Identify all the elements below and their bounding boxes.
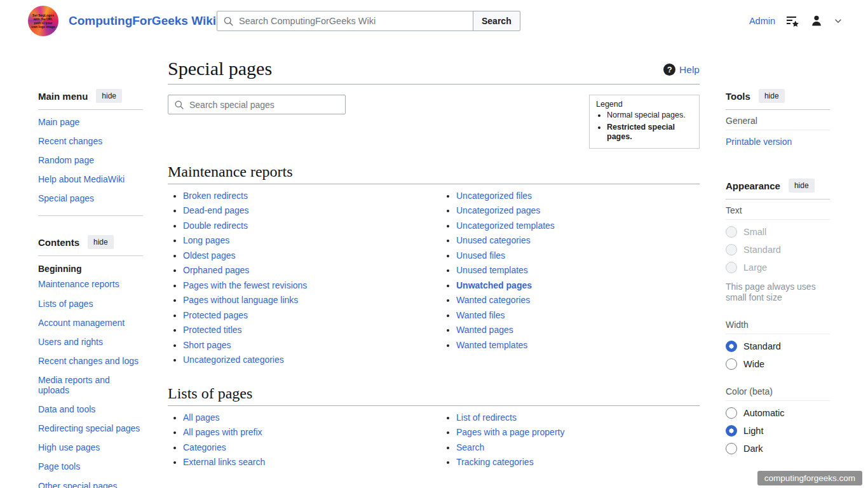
radio-icon[interactable]	[726, 358, 737, 370]
special-page-item-link[interactable]: All pages	[183, 412, 220, 423]
main-menu-item-link[interactable]: Help about MediaWiki	[38, 174, 125, 184]
tools-title: Tools	[726, 91, 750, 102]
special-page-item-link[interactable]: Broken redirects	[183, 191, 248, 201]
special-page-item: External links search	[183, 458, 441, 466]
tools-general-label: General	[726, 112, 830, 130]
main-menu-item-link[interactable]: Main page	[38, 117, 79, 127]
main-menu-item-link[interactable]: Special pages	[38, 193, 94, 203]
special-page-item-link[interactable]: Pages with a page property	[456, 427, 564, 437]
admin-link[interactable]: Admin	[749, 16, 775, 26]
special-page-item-link[interactable]: Double redirects	[183, 220, 248, 231]
special-page-item-link[interactable]: Protected titles	[183, 325, 242, 335]
site-title[interactable]: ComputingForGeeks Wiki	[69, 14, 216, 28]
contents-item-link[interactable]: Lists of pages	[38, 299, 93, 309]
special-page-item-link[interactable]: Tracking categories	[456, 457, 534, 467]
section-lists-of-pages: Lists of pages All pagesAll pages with p…	[168, 384, 700, 473]
legend-item-text: Normal special pages.	[607, 111, 686, 119]
special-page-item-link[interactable]: List of redirects	[456, 412, 517, 423]
special-page-item: Wanted pages	[456, 325, 700, 334]
special-page-item-link[interactable]: Categories	[183, 442, 226, 452]
legend-item-text: Restricted special pages.	[607, 123, 675, 142]
appearance-hide-button[interactable]: hide	[789, 179, 815, 193]
header-search-button[interactable]: Search	[473, 11, 520, 31]
search-icon	[223, 16, 234, 27]
special-page-item: Categories	[183, 443, 441, 452]
special-page-item-link[interactable]: External links search	[183, 457, 265, 467]
header-search-input[interactable]	[239, 16, 467, 26]
special-pages-search-box[interactable]	[168, 95, 346, 114]
special-page-item-link[interactable]: Search	[456, 442, 484, 452]
radio-option-light[interactable]: Light	[726, 425, 830, 437]
special-page-item-link[interactable]: Uncategorized categories	[183, 355, 284, 365]
divider	[726, 199, 830, 200]
user-icon[interactable]	[810, 15, 823, 27]
special-page-item-link[interactable]: Unused files	[456, 250, 505, 261]
page-title-row: Special pages ? Help	[168, 57, 700, 85]
special-page-item-link[interactable]: Wanted pages	[456, 325, 513, 335]
radio-option-small: Small	[726, 226, 830, 238]
special-page-item-link[interactable]: Uncategorized pages	[456, 205, 540, 215]
special-page-item-link[interactable]: Pages with the fewest revisions	[183, 280, 307, 290]
radio-option-dark[interactable]: Dark	[726, 443, 830, 454]
search-icon	[174, 100, 184, 110]
contents-item-link[interactable]: Recent changes and logs	[38, 356, 139, 366]
contents-item-link[interactable]: Media reports and uploads	[38, 375, 110, 395]
contents-item: Recent changes and logs	[38, 351, 143, 370]
help-link[interactable]: ? Help	[663, 64, 700, 76]
contents-hide-button[interactable]: hide	[88, 235, 114, 249]
radio-option-wide[interactable]: Wide	[726, 358, 830, 370]
text-group-label: Text	[726, 202, 830, 219]
special-page-item: Protected pages	[183, 311, 441, 320]
special-page-item-link[interactable]: Dead-end pages	[183, 205, 249, 215]
radio-icon[interactable]	[726, 341, 737, 352]
printable-version-link[interactable]: Printable version	[726, 130, 830, 153]
contents-item-link[interactable]: Other special pages	[38, 481, 118, 488]
contents-item-link[interactable]: Account management	[38, 318, 125, 328]
special-page-item-link[interactable]: Wanted categories	[456, 295, 530, 305]
contents-beginning-label[interactable]: Beginning	[38, 259, 143, 274]
radio-option-standard[interactable]: Standard	[726, 341, 830, 352]
main-menu-item-link[interactable]: Recent changes	[38, 136, 102, 146]
radio-icon[interactable]	[726, 407, 737, 419]
radio-icon[interactable]	[726, 443, 737, 454]
radio-icon	[726, 262, 737, 273]
special-page-item-link[interactable]: Long pages	[183, 235, 229, 245]
special-page-item-link[interactable]: Unused templates	[456, 265, 528, 275]
wiki-logo[interactable]: Set $wgLogos with the URL path to your o…	[28, 6, 58, 36]
special-page-item: Oldest pages	[183, 251, 441, 260]
contents-item-link[interactable]: Users and rights	[38, 337, 103, 347]
special-page-item-link[interactable]: Orphaned pages	[183, 265, 249, 275]
special-pages-search-input[interactable]	[189, 100, 339, 110]
contents-item-link[interactable]: Maintenance reports	[38, 279, 119, 289]
contents-item-link[interactable]: Redirecting special pages	[38, 423, 140, 433]
special-page-item-link[interactable]: Wanted files	[456, 310, 505, 320]
help-label: Help	[679, 64, 700, 76]
contents-item-link[interactable]: Data and tools	[38, 404, 95, 414]
special-page-item-link[interactable]: Oldest pages	[183, 250, 236, 261]
main-menu-item: Help about MediaWiki	[38, 170, 143, 189]
header-search-form: Search	[217, 11, 520, 31]
special-page-item-link[interactable]: Unused categories	[456, 235, 531, 245]
radio-option-automatic[interactable]: Automatic	[726, 407, 830, 419]
special-page-item-link[interactable]: All pages with prefix	[183, 427, 262, 437]
special-page-item-link[interactable]: Protected pages	[183, 310, 248, 320]
header-search-box[interactable]	[217, 11, 473, 31]
contents-item: High use pages	[38, 438, 143, 457]
special-page-item-link[interactable]: Uncategorized files	[456, 191, 532, 201]
main-menu-item: Recent changes	[38, 132, 143, 151]
main-menu-hide-button[interactable]: hide	[96, 89, 122, 103]
special-page-item: Unused categories	[456, 236, 700, 245]
chevron-down-icon[interactable]	[834, 17, 843, 25]
legend-item: Normal special pages.	[607, 111, 693, 121]
special-page-item-link[interactable]: Unwatched pages	[456, 280, 532, 290]
special-page-item-link[interactable]: Uncategorized templates	[456, 220, 555, 231]
contents-item-link[interactable]: Page tools	[38, 461, 80, 471]
radio-icon[interactable]	[726, 425, 737, 437]
contents-item-link[interactable]: High use pages	[38, 442, 100, 452]
special-page-item-link[interactable]: Wanted templates	[456, 340, 527, 350]
watchlist-icon[interactable]	[786, 15, 799, 27]
special-page-item-link[interactable]: Pages without language links	[183, 295, 298, 305]
main-menu-item-link[interactable]: Random page	[38, 155, 94, 165]
tools-hide-button[interactable]: hide	[759, 89, 785, 103]
special-page-item-link[interactable]: Short pages	[183, 340, 231, 350]
